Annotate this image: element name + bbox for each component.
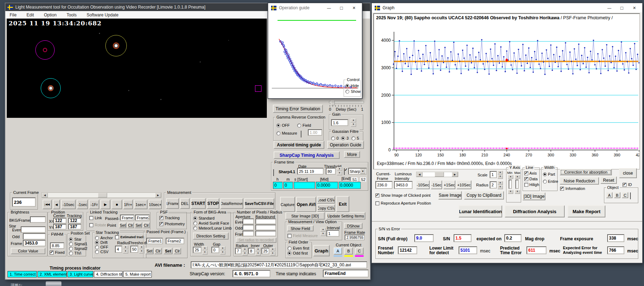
posset-star-radio[interactable] <box>69 237 73 241</box>
px-even-aperture-field[interactable] <box>243 219 254 224</box>
frame-rate-field[interactable]: 2.9586755 <box>345 235 365 240</box>
st-threshold-field[interactable]: 50 <box>130 246 138 253</box>
px-radius-down-icon[interactable] <box>242 252 248 256</box>
gamma-off-radio[interactable] <box>276 124 280 127</box>
tab-diffraction[interactable]: 4. Diffraction tit <box>94 271 123 277</box>
gaussian-3-radio[interactable] <box>341 136 345 140</box>
close-graph-button[interactable]: close <box>619 168 637 178</box>
load-csv-button[interactable]: Load CSV <box>317 196 335 204</box>
st-radius-down-icon[interactable] <box>123 250 128 254</box>
width-field[interactable]: 25 <box>193 247 201 253</box>
plus-1sec-button[interactable]: 1sec+ <box>134 200 148 209</box>
interval-up-icon[interactable] <box>320 228 326 232</box>
px-frame-aperture-field[interactable] <box>243 231 254 236</box>
width-part-radio[interactable] <box>543 172 547 176</box>
posset-tivi-radio[interactable] <box>69 251 73 255</box>
width-up-icon[interactable] <box>202 246 208 250</box>
star-image-3d-button[interactable]: Star Image [3D] <box>285 212 325 220</box>
object-b-button[interactable]: B <box>344 247 353 255</box>
minus-1frame-button[interactable]: -1Fr <box>89 200 99 209</box>
ymax-slider[interactable] <box>515 180 519 189</box>
gamma-measure-radio[interactable] <box>276 131 280 135</box>
mid-field[interactable]: 0.0000 <box>316 182 338 189</box>
st-off-radio[interactable] <box>95 245 99 249</box>
hour-field[interactable]: 0 <box>273 182 283 189</box>
scale-up-icon[interactable] <box>498 171 503 175</box>
px-outer-down-icon[interactable] <box>270 252 275 256</box>
open-avi-button[interactable]: Open AVI <box>296 197 316 212</box>
sharp-dropdown[interactable]: Sharp <box>348 168 367 175</box>
scroll-thumb[interactable] <box>98 193 107 197</box>
save-to-csv-button[interactable]: SaveToCSV-File <box>244 198 274 209</box>
set-radius-button[interactable]: Set radius to recorded <box>236 237 276 243</box>
desktop-hint-label[interactable]: 調整な <box>11 283 23 286</box>
minus-10sec-graph-button[interactable]: -10Sec <box>416 180 430 189</box>
gap-down-icon[interactable] <box>220 251 225 255</box>
minus-1sec-graph-button[interactable]: -1Sec <box>431 180 442 189</box>
plus-1sec-graph-button[interactable]: +1Sec <box>443 180 455 189</box>
star-odd-field[interactable] <box>23 233 46 240</box>
interval-field[interactable]: 1 <box>326 230 339 237</box>
ymin-up-icon[interactable] <box>508 175 513 179</box>
predicted-error-field[interactable]: 611 <box>526 246 546 254</box>
maximize-icon[interactable] <box>617 5 627 11</box>
asteroid-timing-guide-button[interactable]: Asteroid timing guide <box>274 141 324 149</box>
y-center-field[interactable]: 187 <box>53 224 66 230</box>
data-remove-button[interactable]: DataRemove <box>220 198 243 209</box>
lunar-identification-button[interactable]: Lunar Identification <box>459 205 502 217</box>
play-button[interactable]: ▶ <box>100 200 110 209</box>
update-setting-items-button[interactable]: Update Setting Items <box>326 212 365 220</box>
anchor-radio[interactable] <box>95 236 99 240</box>
px-radius-up-icon[interactable] <box>242 247 248 251</box>
px-inner-up-icon[interactable] <box>255 247 261 251</box>
gamma-value-field[interactable]: 1.00 <box>308 129 322 136</box>
ymin-down-icon[interactable] <box>508 190 513 194</box>
operation-guide-button[interactable]: Operation Guide <box>327 141 364 149</box>
gaussian-5-radio[interactable] <box>351 136 355 140</box>
menu-edit[interactable]: Edit <box>26 12 34 17</box>
gap-field[interactable]: 0 <box>211 247 219 253</box>
gain-field[interactable]: 1.6 <box>331 119 348 126</box>
close-icon[interactable] <box>349 5 359 11</box>
posset-signal1-radio[interactable] <box>69 242 73 246</box>
reproduce-aperture-checkbox[interactable] <box>375 201 379 205</box>
object-a-button[interactable]: A <box>334 247 342 255</box>
ymax-down-icon[interactable] <box>515 190 520 194</box>
odd-first-radio[interactable] <box>288 251 291 255</box>
dshow-button[interactable]: DShow <box>344 223 363 229</box>
px-outer-up-icon[interactable] <box>270 247 275 251</box>
graph-scrollbar[interactable] <box>416 172 458 177</box>
scale-field[interactable]: 1 <box>490 171 497 178</box>
fresnel-field[interactable]: 12142 <box>398 246 417 254</box>
id-checkbox[interactable] <box>623 183 626 187</box>
menu-tools[interactable]: Tools <box>66 12 76 17</box>
tab-xml-element[interactable]: 2. XML element <box>38 271 67 277</box>
graph-radius-down-icon[interactable] <box>498 185 503 189</box>
threshold-field[interactable]: 80 <box>326 168 336 175</box>
bkg-standard-radio[interactable] <box>193 216 197 220</box>
one-frame-button[interactable]: 1Frame <box>166 198 179 209</box>
frame-scrollbar[interactable] <box>41 192 161 198</box>
gain-down-icon[interactable] <box>351 123 356 127</box>
control-hide-radio[interactable] <box>345 84 349 88</box>
plus-1frame-button[interactable]: 1Fr+ <box>123 200 133 209</box>
object-extra-checkbox[interactable] <box>630 192 631 199</box>
graph-object-a-button[interactable]: A <box>606 192 613 198</box>
scroll-left-icon[interactable] <box>42 193 48 197</box>
px-frame-bkg-field[interactable] <box>255 231 276 236</box>
current-frame-field[interactable]: 236 <box>12 197 36 207</box>
menu-software-update[interactable]: Software Update <box>86 12 118 17</box>
threshold-down-icon[interactable] <box>337 171 342 175</box>
lt-set1-button[interactable]: Set <box>119 222 126 228</box>
pp-set1-button[interactable]: Set <box>145 248 154 254</box>
px-inner-down-icon[interactable] <box>255 252 261 256</box>
y-tracking-field[interactable]: 187 <box>68 224 81 230</box>
ymax-up-icon[interactable] <box>515 175 520 179</box>
tab-light-curve[interactable]: 3. Light curve <box>68 271 93 277</box>
line-hiligh-checkbox[interactable] <box>524 183 528 187</box>
lt-frame2-field[interactable]: Frame2 <box>135 215 150 221</box>
px-outer-field[interactable]: 25 <box>261 248 269 254</box>
information-checkbox[interactable] <box>560 187 564 191</box>
maximize-icon[interactable] <box>336 5 346 11</box>
menu-option[interactable]: Option <box>44 12 56 17</box>
